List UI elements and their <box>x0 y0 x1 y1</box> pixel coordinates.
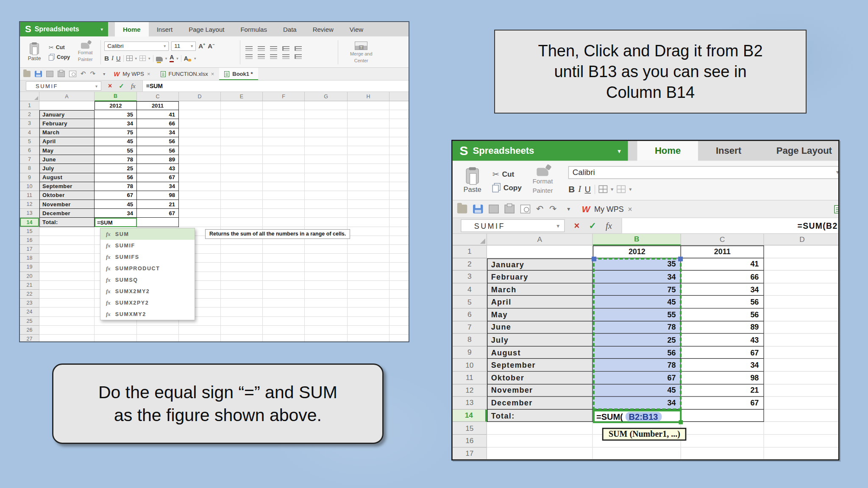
grid-corner-select-all[interactable] <box>453 234 487 246</box>
cell-C3[interactable]: 66 <box>681 271 764 283</box>
tab-page-layout[interactable]: Page Layout <box>181 22 232 36</box>
tab-home[interactable]: Home <box>637 141 698 161</box>
cell-H1[interactable] <box>348 101 389 110</box>
cell-x27[interactable] <box>389 335 409 341</box>
cell-G11[interactable] <box>305 191 348 200</box>
row-header-12[interactable]: 12 <box>453 384 487 397</box>
cell-C15[interactable] <box>681 422 764 435</box>
underline-button[interactable]: U <box>585 184 591 194</box>
cell-D7[interactable] <box>764 321 838 334</box>
cell-A10[interactable]: September <box>487 359 593 372</box>
cell-A12[interactable]: November <box>487 384 593 397</box>
cell-E24[interactable] <box>221 308 263 316</box>
cell-D12[interactable] <box>764 384 838 397</box>
cell-D11[interactable] <box>764 372 838 384</box>
cell-D5[interactable] <box>179 137 221 146</box>
print-preview-icon[interactable] <box>69 71 76 77</box>
row-header-10[interactable]: 10 <box>453 359 487 372</box>
tab-page-layout[interactable]: Page Layout <box>759 141 839 161</box>
cell-A11[interactable]: Oktober <box>487 372 593 384</box>
cell-G19[interactable] <box>305 263 348 272</box>
cell-E6[interactable] <box>221 146 263 155</box>
align-bottom-button[interactable] <box>270 46 277 51</box>
cell-E22[interactable] <box>221 290 263 299</box>
doc-tab-1[interactable]: WMy WPS× <box>575 200 639 217</box>
cell-A25[interactable] <box>39 317 95 326</box>
cell-A24[interactable] <box>39 308 95 316</box>
cell-D6[interactable] <box>179 146 221 155</box>
cell-A13[interactable]: December <box>39 209 95 218</box>
row-header-8[interactable]: 8 <box>20 164 39 173</box>
function-list-item-sumxmy2[interactable]: fxSUMXMY2 <box>100 308 195 320</box>
cell-G2[interactable] <box>305 110 348 119</box>
row-header-2[interactable]: 2 <box>20 110 39 119</box>
cell-E20[interactable] <box>221 272 263 281</box>
justify-button[interactable] <box>282 54 289 59</box>
row-header-9[interactable]: 9 <box>20 173 39 182</box>
column-header-filler[interactable] <box>389 92 409 101</box>
cell-x8[interactable] <box>389 164 409 173</box>
row-header-15[interactable]: 15 <box>453 422 487 435</box>
column-header-H[interactable]: H <box>348 92 389 101</box>
cell-E27[interactable] <box>221 335 263 341</box>
cell-C9[interactable]: 67 <box>681 347 764 359</box>
cell-G12[interactable] <box>305 200 348 209</box>
cell-A21[interactable] <box>39 281 95 290</box>
cell-x12[interactable] <box>389 200 409 209</box>
cell-C8[interactable]: 43 <box>681 334 764 347</box>
bold-button[interactable]: B <box>568 184 575 194</box>
row-header-13[interactable]: 13 <box>20 209 39 218</box>
cell-C11[interactable]: 98 <box>681 372 764 384</box>
row-header-14[interactable]: 14 <box>453 410 487 422</box>
cell-C1[interactable]: 2011 <box>137 101 179 110</box>
cell-E26[interactable] <box>221 326 263 335</box>
column-header-C[interactable]: C <box>681 234 764 246</box>
cell-D2[interactable] <box>179 110 221 119</box>
cell-E2[interactable] <box>221 110 263 119</box>
cell-C10[interactable]: 34 <box>681 359 764 372</box>
row-header-15[interactable]: 15 <box>20 227 39 236</box>
copy-button[interactable]: Copy <box>492 183 522 192</box>
cell-D16[interactable] <box>764 435 838 447</box>
row-header-10[interactable]: 10 <box>20 182 39 191</box>
chevron-down-icon[interactable]: ▾ <box>135 56 137 61</box>
decrease-font-button[interactable]: A− <box>208 42 214 50</box>
cell-H13[interactable] <box>348 209 389 218</box>
cell-B12[interactable]: 45 <box>95 200 137 209</box>
cell-A26[interactable] <box>39 326 95 335</box>
cell-A8[interactable]: July <box>39 164 95 173</box>
cell-A2[interactable]: January <box>39 110 95 119</box>
chevron-down-icon[interactable]: ▾ <box>100 27 103 32</box>
cell-C11[interactable]: 98 <box>137 191 179 200</box>
doc-tab-1[interactable]: WMy WPS× <box>108 68 155 80</box>
align-center-button[interactable] <box>258 54 265 59</box>
cell-C26[interactable] <box>137 326 179 335</box>
cell-F4[interactable] <box>263 128 305 137</box>
column-header-E[interactable]: E <box>221 92 263 101</box>
cell-x26[interactable] <box>389 326 409 335</box>
cancel-formula-icon[interactable]: × <box>108 82 112 90</box>
column-header-A[interactable]: A <box>487 234 593 246</box>
cell-D26[interactable] <box>179 326 221 335</box>
cell-G7[interactable] <box>305 155 348 164</box>
cell-D9[interactable] <box>179 173 221 182</box>
cell-D11[interactable] <box>179 191 221 200</box>
redo-icon[interactable]: ↷ <box>90 71 96 77</box>
cell-A11[interactable]: Oktober <box>39 191 95 200</box>
row-header-5[interactable]: 5 <box>453 296 487 309</box>
tab-view[interactable]: View <box>342 22 371 36</box>
cell-H18[interactable] <box>348 254 389 263</box>
grid-corner-select-all[interactable] <box>20 92 39 101</box>
row-header-25[interactable]: 25 <box>20 317 39 326</box>
cell-E14[interactable] <box>221 218 263 227</box>
cell-D27[interactable] <box>179 335 221 341</box>
row-header-13[interactable]: 13 <box>453 397 487 410</box>
cell-B6[interactable]: 55 <box>95 146 137 155</box>
cell-D13[interactable] <box>179 209 221 218</box>
cell-E3[interactable] <box>221 119 263 128</box>
cell-x25[interactable] <box>389 317 409 326</box>
cell-F17[interactable] <box>263 245 305 254</box>
cell-x20[interactable] <box>389 272 409 281</box>
cell-A17[interactable] <box>487 447 593 459</box>
tab-formulas[interactable]: Formulas <box>232 22 275 36</box>
